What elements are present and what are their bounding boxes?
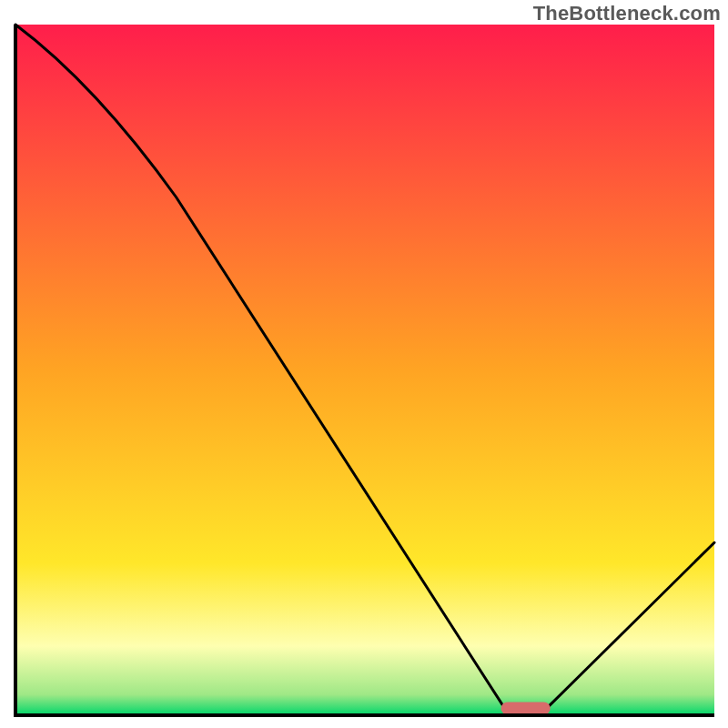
watermark-text: TheBottleneck.com — [533, 2, 721, 25]
chart-container: TheBottleneck.com — [0, 0, 728, 728]
bottleneck-chart — [0, 0, 728, 728]
plot-background — [15, 25, 714, 715]
optimal-range-marker — [501, 702, 551, 714]
